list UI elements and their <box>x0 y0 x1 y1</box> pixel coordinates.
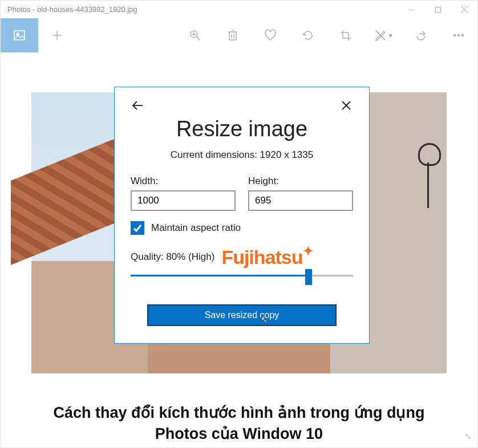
toolbar: ▾ <box>0 18 478 52</box>
close-dialog-button[interactable] <box>339 99 353 112</box>
share-button[interactable] <box>402 18 440 52</box>
svg-point-22 <box>454 35 456 36</box>
dialog-title: Resize image <box>131 117 353 141</box>
delete-button[interactable] <box>214 18 252 52</box>
save-resized-copy-button[interactable]: Save resized copy ↖ <box>147 304 337 326</box>
svg-line-9 <box>197 37 200 40</box>
titlebar: Photos - old-houses-4433982_1920.jpg <box>0 0 478 18</box>
svg-rect-1 <box>436 7 441 12</box>
quality-label: Quality: 80% (High) <box>131 251 214 263</box>
back-button[interactable] <box>131 99 144 112</box>
svg-rect-4 <box>14 31 25 40</box>
chevron-down-icon: ▾ <box>389 32 392 39</box>
maintain-aspect-checkbox[interactable] <box>131 221 144 235</box>
crop-button[interactable] <box>327 18 364 52</box>
caption-line-1: Cách thay đổi kích thước hình ảnh trong … <box>6 402 472 423</box>
watermark-brand: Fujihatsu✦ <box>221 247 312 267</box>
rotate-button[interactable] <box>289 18 327 52</box>
current-dimensions-label: Current dimensions: 1920 x 1335 <box>131 149 353 161</box>
quality-slider[interactable] <box>131 269 353 285</box>
close-window-button[interactable] <box>451 1 477 19</box>
caption-line-2: Photos của Window 10 <box>6 423 472 444</box>
svg-point-24 <box>462 35 464 36</box>
favorite-button[interactable] <box>252 18 289 52</box>
star-icon: ✦ <box>303 244 313 258</box>
view-collection-button[interactable] <box>1 18 38 52</box>
svg-rect-12 <box>229 32 236 40</box>
resize-dialog: Resize image Current dimensions: 1920 x … <box>114 87 370 344</box>
maintain-aspect-label: Maintain aspect ratio <box>151 222 241 234</box>
more-button[interactable] <box>440 18 477 52</box>
height-label: Height: <box>248 176 353 187</box>
minimize-button[interactable] <box>399 1 425 19</box>
caption-text: Cách thay đổi kích thước hình ảnh trong … <box>6 402 472 444</box>
height-input[interactable] <box>248 190 353 211</box>
cursor-icon: ↖ <box>261 315 268 325</box>
zoom-in-button[interactable] <box>176 18 214 52</box>
svg-point-23 <box>458 35 460 36</box>
resize-handle-icon[interactable]: ⤡ <box>464 431 472 442</box>
content-area: Resize image Current dimensions: 1920 x … <box>0 52 478 448</box>
app-title: Photos - old-houses-4433982_1920.jpg <box>7 5 137 14</box>
width-label: Width: <box>131 176 236 187</box>
add-button[interactable] <box>38 18 76 52</box>
width-input[interactable] <box>131 190 236 211</box>
maximize-button[interactable] <box>425 1 451 19</box>
draw-button[interactable]: ▾ <box>364 18 402 52</box>
slider-thumb[interactable] <box>305 269 312 285</box>
